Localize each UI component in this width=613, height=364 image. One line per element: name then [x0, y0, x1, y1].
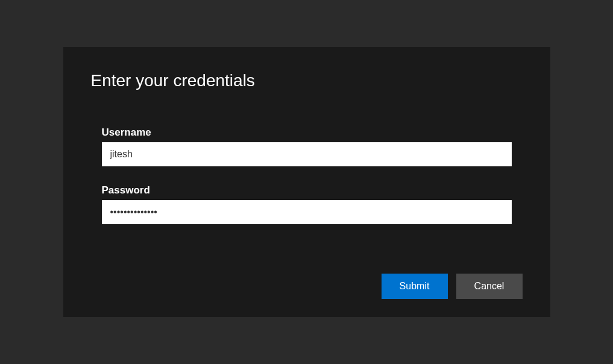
credentials-dialog: Enter your credentials Username Password… — [63, 47, 550, 317]
submit-button[interactable]: Submit — [382, 274, 448, 299]
username-label: Username — [102, 127, 512, 139]
cancel-button[interactable]: Cancel — [456, 274, 523, 299]
dialog-title: Enter your credentials — [91, 71, 523, 90]
username-input[interactable] — [102, 142, 512, 166]
username-group: Username — [91, 127, 523, 166]
password-input[interactable] — [102, 200, 512, 224]
button-row: Submit Cancel — [382, 274, 523, 299]
password-label: Password — [102, 184, 512, 196]
password-group: Password — [91, 184, 523, 224]
